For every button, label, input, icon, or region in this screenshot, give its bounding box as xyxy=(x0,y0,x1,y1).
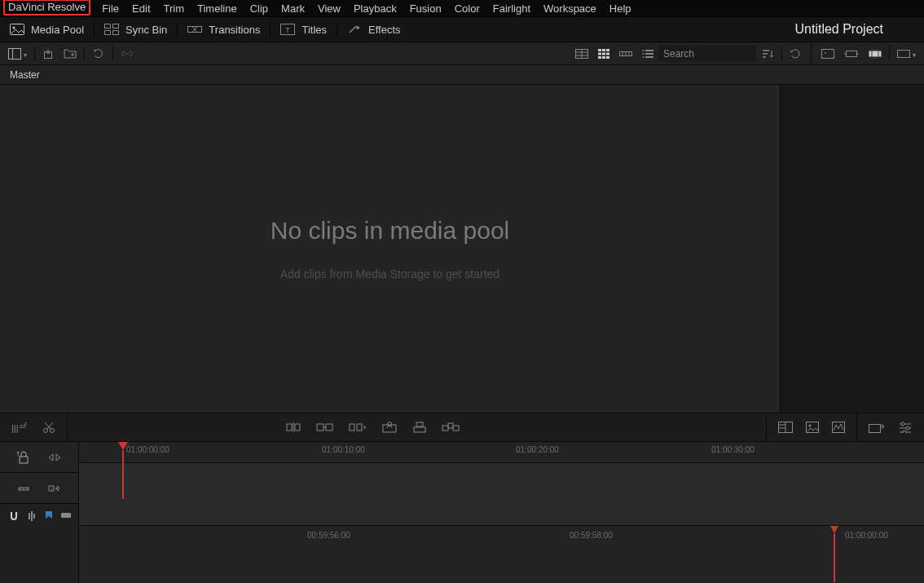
transitions-label: Transitions xyxy=(209,24,260,36)
viewer-tool3-button[interactable] xyxy=(864,42,887,64)
effects-icon xyxy=(347,24,362,35)
svg-rect-23 xyxy=(602,56,605,59)
audio-track-button[interactable]: ♪ xyxy=(47,483,62,494)
menu-fusion[interactable]: Fusion xyxy=(403,2,448,15)
ripple-overwrite-button[interactable] xyxy=(349,421,367,434)
svg-rect-84 xyxy=(33,514,35,519)
media-pool-button[interactable]: Media Pool xyxy=(0,17,94,42)
source-overwrite-button[interactable] xyxy=(442,421,460,434)
timeline-tracks[interactable]: 01:00:00:00 01:00:10:00 01:00:20:00 01:0… xyxy=(79,442,924,583)
ruler-tick: 01:00:00:00 xyxy=(845,531,888,540)
append-button[interactable] xyxy=(316,421,334,434)
snap-button[interactable] xyxy=(8,510,20,522)
thumb-view-button[interactable] xyxy=(593,42,614,64)
svg-point-74 xyxy=(903,431,906,433)
cut-button[interactable] xyxy=(42,421,55,434)
timeline: T ♪ 01:00:00:00 01:00:10:00 01:00:20:00 … xyxy=(0,442,924,583)
metadata-view-button[interactable] xyxy=(570,42,593,64)
strip-left: Media Pool Sync Bin Transitions T Titles xyxy=(0,17,411,42)
menu-bar: DaVinci Resolve File Edit Trim Timeline … xyxy=(0,0,924,16)
sort-button[interactable] xyxy=(756,42,779,64)
svg-rect-51 xyxy=(326,424,332,431)
timeline-ruler-top[interactable]: 01:00:00:00 01:00:10:00 01:00:20:00 01:0… xyxy=(79,442,924,463)
search-input[interactable] xyxy=(658,46,756,62)
list-view-button[interactable] xyxy=(637,42,658,64)
svg-point-36 xyxy=(825,52,826,54)
menu-playback[interactable]: Playback xyxy=(347,2,403,15)
settings-button[interactable] xyxy=(898,422,913,433)
effects-button[interactable]: Effects xyxy=(337,17,411,42)
timeline-body[interactable] xyxy=(79,463,924,526)
viewer-tool1-button[interactable] xyxy=(816,42,839,64)
audio-trim-button[interactable] xyxy=(26,510,37,522)
menu-mark[interactable]: Mark xyxy=(275,2,311,15)
menu-timeline[interactable]: Timeline xyxy=(191,2,244,15)
strip-view-button[interactable] xyxy=(614,42,637,64)
svg-point-31 xyxy=(643,53,645,55)
svg-rect-75 xyxy=(20,457,28,463)
ruler-tick: 01:00:00:00 xyxy=(126,445,169,454)
playhead-icon[interactable] xyxy=(830,526,838,533)
app-name[interactable]: DaVinci Resolve xyxy=(3,0,90,15)
svg-rect-57 xyxy=(416,422,423,426)
viewer-aspect-button[interactable] xyxy=(892,42,921,64)
menu-workspace[interactable]: Workspace xyxy=(537,2,603,15)
bin-view-button[interactable] xyxy=(3,42,32,64)
menu-edit[interactable]: Edit xyxy=(125,2,156,15)
sync-bin-button[interactable]: Sync Bin xyxy=(95,17,177,42)
svg-rect-37 xyxy=(847,51,857,56)
separator xyxy=(112,46,113,60)
tools-button[interactable] xyxy=(778,422,793,433)
master-row: Master xyxy=(0,65,924,85)
place-on-top-button[interactable] xyxy=(412,421,427,434)
master-label: Master xyxy=(10,69,40,81)
transitions-button[interactable]: Transitions xyxy=(178,17,270,42)
import-folder-button[interactable] xyxy=(59,42,81,64)
svg-rect-42 xyxy=(898,50,910,57)
separator xyxy=(84,46,85,60)
marker-button[interactable] xyxy=(44,510,54,522)
video-track-button[interactable] xyxy=(46,452,63,463)
picture-button[interactable] xyxy=(806,422,819,433)
svg-text:|||: ||| xyxy=(11,423,19,433)
menu-color[interactable]: Color xyxy=(448,2,486,15)
svg-rect-50 xyxy=(317,424,323,431)
svg-rect-32 xyxy=(645,53,653,55)
smart-insert-button[interactable] xyxy=(285,421,301,434)
flag-button[interactable] xyxy=(60,510,72,520)
quick-export-button[interactable] xyxy=(869,422,885,433)
chevron-down-icon xyxy=(910,47,916,60)
titles-button[interactable]: T Titles xyxy=(271,17,337,42)
menu-fairlight[interactable]: Fairlight xyxy=(486,2,537,15)
media-toolbar xyxy=(0,42,924,65)
viewer-tool2-button[interactable] xyxy=(839,42,864,64)
svg-text:T: T xyxy=(286,26,291,34)
svg-rect-60 xyxy=(448,423,453,428)
ruler-tick: 00:59:58:00 xyxy=(570,531,613,540)
boring-detector-button[interactable]: |||zzz xyxy=(11,421,29,434)
close-up-button[interactable] xyxy=(381,421,398,434)
menu-trim[interactable]: Trim xyxy=(157,2,191,15)
import-media-button[interactable] xyxy=(37,42,59,64)
menu-clip[interactable]: Clip xyxy=(244,2,275,15)
media-pool-panel[interactable]: No clips in media pool Add clips from Me… xyxy=(0,85,781,413)
menu-view[interactable]: View xyxy=(311,2,347,15)
svg-point-46 xyxy=(44,429,48,433)
titles-icon: T xyxy=(280,24,295,35)
timeline-ruler-bottom[interactable]: 00:59:56:00 00:59:58:00 01:00:00:00 xyxy=(79,526,924,583)
svg-rect-40 xyxy=(869,51,882,56)
sync-button[interactable] xyxy=(87,42,110,64)
svg-rect-20 xyxy=(602,52,605,55)
menu-file[interactable]: File xyxy=(95,2,125,15)
svg-rect-58 xyxy=(442,426,448,431)
link-button[interactable] xyxy=(116,42,139,64)
separator xyxy=(781,46,782,60)
syncbin-icon xyxy=(104,24,119,35)
refresh-button[interactable] xyxy=(785,42,806,64)
lock-track-button[interactable]: T xyxy=(16,451,31,464)
sync-lock-button[interactable] xyxy=(17,483,30,494)
menu-help[interactable]: Help xyxy=(603,2,638,15)
empty-state-heading: No clips in media pool xyxy=(271,217,509,245)
svg-rect-2 xyxy=(105,24,111,29)
scope-button[interactable] xyxy=(832,422,845,433)
